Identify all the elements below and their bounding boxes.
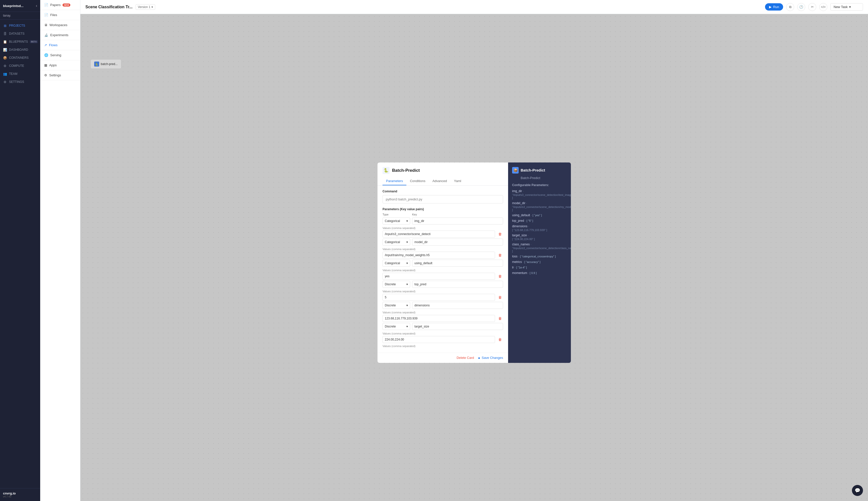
sub-settings-icon: ⚙ bbox=[44, 73, 47, 77]
tab-parameters[interactable]: Parameters bbox=[383, 177, 406, 185]
settings-icon: ⚙ bbox=[3, 80, 7, 84]
save-changes-label: Save Changes bbox=[482, 356, 503, 360]
delete-param-4[interactable]: 🗑 bbox=[497, 294, 503, 300]
sidebar-item-containers[interactable]: 📦 CONTAINERS bbox=[0, 54, 40, 62]
key-input-5[interactable] bbox=[412, 302, 503, 309]
values-label-4: Values (comma separated) bbox=[383, 290, 503, 293]
type-select-6[interactable]: Discrete ▾ bbox=[383, 323, 410, 330]
sub-sidebar-label: Serving bbox=[50, 53, 61, 57]
param-row-5: Discrete ▾ Values (comma separated) bbox=[383, 302, 503, 322]
sidebar-item-label: TEAM bbox=[9, 72, 17, 76]
sidebar-header: blueprintsd... ‹ bbox=[0, 0, 40, 12]
tab-advanced[interactable]: Advanced bbox=[429, 177, 451, 185]
values-input-5[interactable] bbox=[383, 315, 495, 322]
sub-sidebar-item-papers[interactable]: 📄 Papers NEW bbox=[40, 0, 80, 10]
main-nav: ⊞ PROJECTS 🗄 DATASETS 📋 BLUEPRINTS BETA … bbox=[0, 20, 40, 488]
delete-param-3[interactable]: 🗑 bbox=[497, 273, 503, 279]
values-input-4[interactable] bbox=[383, 294, 495, 301]
tab-conditions[interactable]: Conditions bbox=[406, 177, 429, 185]
param-row-3: Categorical ▾ Values (comma separated) bbox=[383, 260, 503, 280]
sidebar-item-label: DASHBOARD bbox=[9, 48, 28, 52]
projects-icon: ⊞ bbox=[3, 24, 7, 28]
apps-icon: ▦ bbox=[44, 63, 47, 67]
compute-icon: ⚙ bbox=[3, 64, 7, 68]
save-changes-button[interactable]: ● Save Changes bbox=[478, 356, 503, 360]
delete-param-2[interactable]: 🗑 bbox=[497, 252, 503, 258]
sub-sidebar-label: Apps bbox=[49, 63, 57, 67]
chat-bubble[interactable]: 💬 bbox=[852, 485, 863, 496]
sidebar-item-label: BLUEPRINTS bbox=[9, 40, 28, 43]
key-input-4[interactable] bbox=[412, 281, 503, 288]
sidebar-item-settings[interactable]: ⚙ SETTINGS bbox=[0, 78, 40, 86]
sidebar-item-datasets[interactable]: 🗄 DATASETS bbox=[0, 30, 40, 38]
sub-sidebar-item-workspaces[interactable]: 🖥 Workspaces bbox=[40, 20, 80, 30]
version-selector[interactable]: Version 1 ▾ bbox=[136, 4, 155, 10]
workspaces-icon: 🖥 bbox=[44, 23, 47, 27]
copy-icon: ⧉ bbox=[789, 5, 791, 9]
modal-header-icon: 🐍 bbox=[383, 167, 389, 174]
delete-param-5[interactable]: 🗑 bbox=[497, 316, 503, 321]
sidebar-item-label: PROJECTS bbox=[9, 24, 25, 28]
chevron-down-icon: ▾ bbox=[406, 325, 408, 328]
delete-card-button[interactable]: Delete Card bbox=[457, 356, 474, 360]
modal-footer: Delete Card ● Save Changes bbox=[377, 353, 508, 363]
task-label: New Task bbox=[834, 5, 848, 9]
sidebar-item-dashboard[interactable]: 📊 DASHBOARD bbox=[0, 46, 40, 54]
scissors-button[interactable]: ✂ bbox=[808, 3, 816, 11]
sub-sidebar-item-serving[interactable]: 🌐 Serving bbox=[40, 50, 80, 60]
sub-sidebar-item-settings[interactable]: ⚙ Settings bbox=[40, 70, 80, 81]
param-row-1: Categorical ▾ Values (comma separated) bbox=[383, 217, 503, 237]
save-icon: ● bbox=[478, 356, 480, 360]
tab-yaml[interactable]: Yaml bbox=[450, 177, 465, 185]
type-select-3[interactable]: Categorical ▾ bbox=[383, 260, 410, 267]
run-button[interactable]: ▶ Run bbox=[765, 3, 783, 11]
chevron-down-icon: ▾ bbox=[406, 303, 408, 307]
type-select-1[interactable]: Categorical ▾ bbox=[383, 217, 410, 224]
sidebar-item-projects[interactable]: ⊞ PROJECTS bbox=[0, 22, 40, 30]
key-input-6[interactable] bbox=[412, 323, 503, 330]
type-select-2[interactable]: Categorical ▾ bbox=[383, 238, 410, 246]
config-param-using-default: using_default · [ "yes" ] bbox=[512, 213, 567, 217]
sub-sidebar-item-experiments[interactable]: 🔬 Experiments bbox=[40, 30, 80, 40]
values-input-6[interactable] bbox=[383, 336, 495, 343]
config-params-label: Configurable Parameters: bbox=[512, 183, 567, 187]
scissors-icon: ✂ bbox=[811, 5, 814, 9]
chevron-down-icon: ▾ bbox=[406, 219, 408, 223]
key-input-2[interactable] bbox=[412, 238, 503, 246]
task-selector[interactable]: New Task ▾ bbox=[830, 3, 863, 11]
sub-sidebar-item-files[interactable]: 📄 Files bbox=[40, 10, 80, 20]
values-input-2[interactable] bbox=[383, 252, 495, 259]
chevron-down-icon: ▾ bbox=[151, 5, 153, 9]
key-input-1[interactable] bbox=[412, 217, 503, 224]
clock-button[interactable]: 🕐 bbox=[797, 3, 805, 11]
config-param-lr: lr · [ "1e-4" ] bbox=[512, 266, 567, 269]
sidebar-item-compute[interactable]: ⚙ COMPUTE bbox=[0, 62, 40, 70]
modal-left-panel: 🐍 Batch-Predict Parameters Conditions Ad… bbox=[377, 162, 508, 363]
sub-sidebar-item-flows[interactable]: ↗ Flows bbox=[40, 40, 80, 50]
sub-sidebar-item-apps[interactable]: ▦ Apps bbox=[40, 60, 80, 70]
clock-icon: 🕐 bbox=[799, 5, 803, 9]
run-label: Run bbox=[773, 5, 779, 9]
values-input-1[interactable] bbox=[383, 231, 495, 237]
config-param-momentum: momentum · [ 0.9 ] bbox=[512, 271, 567, 275]
command-input[interactable] bbox=[383, 195, 503, 203]
collapse-icon[interactable]: ‹ bbox=[36, 3, 37, 8]
sub-sidebar: 📄 Papers NEW 📄 Files 🖥 Workspaces 🔬 Expe… bbox=[40, 0, 81, 501]
content-area: 🐍 batch-pred... 🐍 Batch-Predict Paramete… bbox=[81, 14, 868, 501]
config-param-top-pred: top_pred · [ "5" ] bbox=[512, 219, 567, 223]
run-play-icon: ▶ bbox=[769, 5, 772, 9]
type-select-5[interactable]: Discrete ▾ bbox=[383, 302, 410, 309]
type-select-4[interactable]: Discrete ▾ bbox=[383, 281, 410, 288]
code-button[interactable]: </> bbox=[819, 3, 827, 11]
delete-param-6[interactable]: 🗑 bbox=[497, 337, 503, 342]
values-input-3[interactable] bbox=[383, 273, 495, 280]
sidebar-item-team[interactable]: 👥 TEAM bbox=[0, 70, 40, 78]
footer-version: v4.7.43 bbox=[3, 495, 37, 498]
delete-param-1[interactable]: 🗑 bbox=[497, 231, 503, 237]
dashboard-icon: 📊 bbox=[3, 48, 7, 52]
copy-button[interactable]: ⧉ bbox=[786, 3, 794, 11]
modal-right-icon: 📦 bbox=[512, 167, 519, 173]
sidebar-item-blueprints[interactable]: 📋 BLUEPRINTS BETA bbox=[0, 38, 40, 46]
key-input-3[interactable] bbox=[412, 260, 503, 267]
param-row-2: Categorical ▾ Values (comma separated) bbox=[383, 238, 503, 259]
